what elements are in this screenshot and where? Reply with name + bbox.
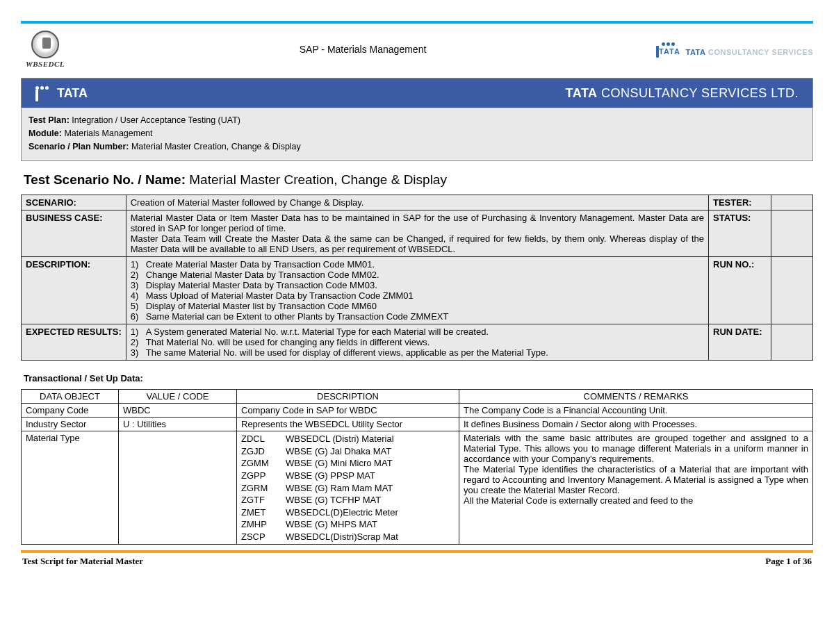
bottom-rule (21, 550, 813, 553)
tata-logo-icon: TATA (656, 42, 680, 56)
table-header: DESCRIPTION (237, 390, 459, 404)
rundate-label: RUN DATE: (709, 324, 771, 361)
header-title: SAP - Materials Management (70, 44, 656, 55)
rundate-value (771, 324, 813, 361)
tester-label: TESTER: (709, 195, 771, 210)
footer-left: Test Script for Material Master (22, 556, 143, 567)
table-row: Company CodeWBDCCompany Code in SAP for … (22, 404, 813, 418)
tata-logo-white-icon (35, 86, 49, 100)
business-case-value: Material Master Data or Item Master Data… (126, 210, 708, 257)
business-case-label: BUSINESS CASE: (22, 210, 126, 257)
description-value: 1)Create Material Master Data by Transac… (126, 257, 708, 324)
title-bar-brand: TATA (57, 86, 88, 101)
runno-label: RUN NO.: (709, 257, 771, 324)
setup-data-heading: Transactional / Set Up Data: (24, 373, 813, 383)
scenario-label: SCENARIO: (22, 195, 126, 210)
table-header: DATA OBJECT (22, 390, 119, 404)
expected-results-value: 1)A System generated Material No. w.r.t.… (126, 324, 708, 361)
wbsedcl-logo: WBSEDCL (21, 31, 70, 68)
info-box: TATA TATA CONSULTANCY SERVICES LTD. Test… (21, 78, 813, 161)
title-bar: TATA TATA CONSULTANCY SERVICES LTD. (22, 79, 812, 108)
scenario-title: Test Scenario No. / Name: Material Maste… (24, 172, 813, 188)
table-header: COMMENTS / REMARKS (459, 390, 813, 404)
tcs-wordmark: TATA CONSULTANCY SERVICES (686, 48, 813, 56)
status-value (771, 210, 813, 257)
status-label: STATUS: (709, 210, 771, 257)
footer-right: Page 1 of 36 (765, 556, 812, 567)
table-header: VALUE / CODE (119, 390, 237, 404)
runno-value (771, 257, 813, 324)
page-footer: Test Script for Material Master Page 1 o… (21, 556, 813, 584)
expected-results-label: EXPECTED RESULTS: (22, 324, 126, 361)
page-header: WBSEDCL SAP - Materials Management TATA … (21, 28, 813, 75)
scenario-value: Creation of Material Master followed by … (126, 195, 708, 210)
table-row: Material TypeZDCLWBSEDCL (Distri) Materi… (22, 431, 813, 545)
top-rule (21, 21, 813, 24)
wbsedcl-logo-text: WBSEDCL (21, 60, 70, 68)
test-plan-meta: Test Plan: Integration / User Acceptance… (22, 108, 812, 160)
setup-data-table: DATA OBJECTVALUE / CODEDESCRIPTIONCOMMEN… (21, 389, 813, 545)
tcs-logo: TATA TATA CONSULTANCY SERVICES (656, 42, 813, 56)
scenario-grid: SCENARIO: Creation of Material Master fo… (21, 195, 813, 361)
table-row: Industry SectorU : UtilitiesRepresents t… (22, 418, 813, 431)
description-label: DESCRIPTION: (22, 257, 126, 324)
tester-value (771, 195, 813, 210)
title-bar-company: TATA CONSULTANCY SERVICES LTD. (566, 86, 799, 101)
